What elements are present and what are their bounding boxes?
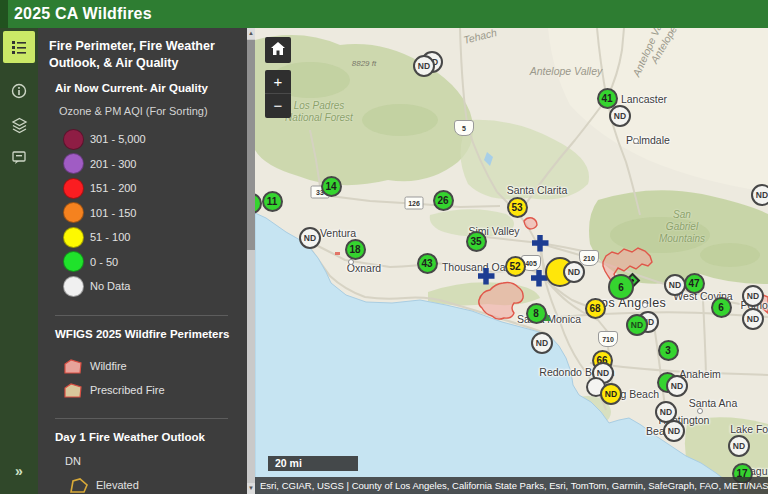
legend-item-label: Wildfire [90,360,127,372]
aqi-legend-row: 0 - 50 [63,249,238,274]
scroll-up-icon[interactable]: ▲ [247,28,255,39]
polygon-swatch [62,358,84,375]
wildfire-perimeter-hughes[interactable] [524,218,537,229]
no-data-marker[interactable]: ND [666,375,688,397]
legend-swatch-row: Wildfire [62,354,238,378]
scrollbar-thumb[interactable] [247,40,255,250]
home-icon [271,41,285,59]
panel-title: Fire Perimeter, Fire Weather Outlook, & … [49,38,231,72]
perimeters-heading: WFIGS 2025 Wildfire Perimeters [55,328,238,340]
aqi-marker-green[interactable]: 14 [321,176,342,197]
sidebar-item-layers[interactable] [3,109,35,141]
aqi-range-label: 151 - 200 [90,182,136,194]
no-data-marker[interactable]: ND [664,274,686,296]
no-data-marker-yellow[interactable]: ND [600,383,622,405]
aqi-marker-green[interactable]: 26 [433,190,454,211]
aqi-legend-row: 151 - 200 [63,176,238,201]
divider [55,418,228,419]
no-data-marker[interactable]: ND [742,308,764,330]
aqi-legend-row: 301 - 5,000 [63,127,238,152]
aqi-legend-row: No Data [63,274,238,299]
aqi-range-label: 301 - 5,000 [90,133,146,145]
aqi-color-swatch [63,227,84,248]
polygon-swatch [62,382,84,399]
home-button[interactable] [265,37,291,63]
legend-icon [11,39,27,55]
sidebar-item-legend[interactable] [3,31,35,63]
aqi-legend-list: 301 - 5,000201 - 300151 - 200101 - 15051… [63,127,238,299]
no-data-marker[interactable]: ND [299,227,321,249]
perimeter-legend-list: WildfirePrescribed Fire [62,354,238,402]
aqi-marker-green[interactable]: 35 [466,231,487,252]
scale-bar: 20 mi [268,456,358,471]
legend-item-label: Prescribed Fire [90,384,165,396]
aqi-color-swatch [63,178,84,199]
outlook-heading: Day 1 Fire Weather Outlook [55,431,238,443]
no-data-marker[interactable]: ND [728,435,750,457]
outlook-legend-list: ElevatedCritical [68,473,238,494]
sidebar-item-feature-info[interactable] [3,141,35,173]
aqi-range-label: 51 - 100 [90,231,130,243]
aqi-legend-row: 51 - 100 [63,225,238,250]
no-data-marker[interactable]: ND [663,420,685,442]
zoom-control: + − [265,70,291,118]
aqi-marker-green[interactable]: 8 [526,303,547,324]
legend-swatch-row: Elevated [68,473,238,494]
aqi-color-swatch [63,251,84,272]
sidebar: » [0,28,38,494]
aqi-subheading: Ozone & PM AQI (For Sorting) [59,105,238,117]
aqi-range-label: 0 - 50 [90,256,118,268]
legend-panel: Fire Perimeter, Fire Weather Outlook, & … [38,28,255,494]
aqi-legend-row: 201 - 300 [63,151,238,176]
no-data-marker[interactable]: ND [751,184,768,206]
polygon-swatch [68,477,90,494]
aqi-marker-green[interactable]: 11 [262,191,283,212]
sidebar-expand-button[interactable]: » [0,463,38,479]
aqi-range-label: 201 - 300 [90,158,136,170]
divider [55,315,228,316]
aqi-marker-yellow[interactable]: 53 [507,197,528,218]
legend-item-label: Elevated [96,479,139,491]
zoom-out-button[interactable]: − [265,94,291,118]
map-canvas[interactable]: LancasterPalmdaleVenturaOxnardSanta Clar… [255,28,768,494]
no-data-marker[interactable]: ND [742,285,764,307]
aqi-marker-green[interactable]: 6 [608,274,634,300]
aqi-marker-green[interactable]: 3 [658,340,679,361]
aqi-marker-green-nd[interactable]: ND [626,314,648,336]
scroll-down-icon[interactable]: ▼ [247,483,255,494]
no-data-marker[interactable]: ND [609,105,631,127]
aqi-legend-row: 101 - 150 [63,200,238,225]
info-icon [11,83,27,99]
no-data-marker[interactable]: ND [563,261,585,283]
aqi-marker-yellow[interactable]: 52 [505,256,526,277]
zoom-in-button[interactable]: + [265,70,291,94]
aqi-marker-green[interactable]: 47 [684,273,705,294]
aqi-range-label: 101 - 150 [90,207,136,219]
aqi-marker-yellow[interactable]: 68 [585,298,606,319]
aqi-marker-green[interactable]: 43 [417,253,438,274]
no-data-marker[interactable]: ND [413,55,435,77]
app-window: 2025 CA Wildfires [0,0,768,494]
aqi-heading: Air Now Current- Air Quality [55,82,238,94]
aqi-color-swatch [63,276,84,297]
aqi-range-label: No Data [90,280,130,292]
app-header: 2025 CA Wildfires [0,0,768,28]
aqi-color-swatch [63,129,84,150]
legend-swatch-row: Prescribed Fire [62,378,238,402]
app-title: 2025 CA Wildfires [14,0,152,28]
aqi-color-swatch [63,153,84,174]
header-edge [0,0,8,28]
sidebar-item-info[interactable] [3,75,35,107]
layers-icon [11,117,28,134]
aqi-marker-green[interactable]: 18 [345,239,366,260]
outlook-group-label: DN [65,455,238,467]
aqi-color-swatch [63,202,84,223]
feature-info-icon [11,149,27,165]
panel-scrollbar[interactable]: ▲ ▼ [247,28,255,494]
aqi-marker-green[interactable]: 6 [711,297,732,318]
no-data-marker[interactable]: ND [531,332,553,354]
map-attribution: Esri, CGIAR, USGS | County of Los Angele… [255,477,768,494]
